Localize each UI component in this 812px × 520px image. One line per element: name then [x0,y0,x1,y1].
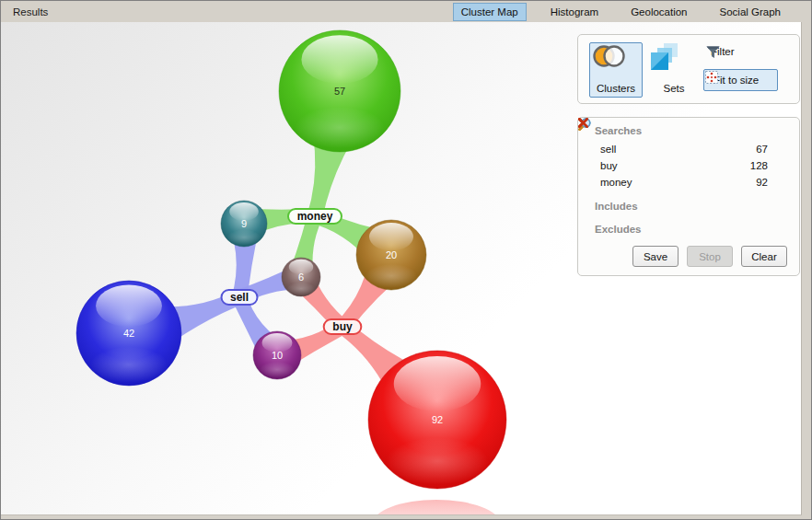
cluster-map-canvas[interactable]: 579206421092moneysellbuy Clusters Se [1,22,802,515]
bubble-count-label: 92 [432,414,443,425]
tab-histogram[interactable]: Histogram [542,3,607,21]
cluster-bubble-6[interactable]: 6 [282,258,320,296]
cluster-label-text: money [297,210,333,223]
tab-bar: Cluster Map Histogram Geolocation Social… [453,3,789,21]
bubble-reflections [372,500,501,514]
fit-to-size-button[interactable]: Fit to size [703,69,778,91]
view-toolbar-panel: Clusters Sets Filter [577,34,800,104]
remove-search-icon[interactable] [775,144,787,156]
clear-button[interactable]: Clear [741,246,787,267]
search-panel-buttons: Save Stop Clear [632,246,787,267]
cluster-label-sell[interactable]: sell [221,290,257,305]
search-term: money [600,177,632,188]
remove-search-icon[interactable] [775,160,787,172]
search-count: 92 [756,177,768,188]
save-button[interactable]: Save [632,246,679,267]
searches-header: Searches [595,125,787,136]
bubble-count-label: 9 [241,218,247,229]
search-count: 128 [750,160,768,171]
includes-header: Includes [595,201,787,212]
cluster-bubble-92[interactable]: 92 [368,351,506,489]
bubble-count-label: 57 [334,86,345,97]
bubble-count-label: 42 [123,328,134,339]
filter-button[interactable]: Filter [706,46,735,57]
fit-to-size-label: Fit to size [713,75,759,86]
search-row-money[interactable]: money 92 [595,174,787,191]
clusters-button-label: Clusters [597,83,635,94]
searches-panel: Searches sell 67 [577,117,800,276]
results-title: Results [13,6,48,17]
cluster-label-text: sell [230,291,249,304]
bubble-count-label: 20 [386,249,397,260]
search-row-buy[interactable]: buy 128 [595,157,787,174]
search-term: buy [600,160,618,171]
tab-geolocation[interactable]: Geolocation [622,3,695,21]
sets-button[interactable]: Sets [649,42,699,98]
cluster-bubble-20[interactable]: 20 [356,220,426,290]
cluster-label-text: buy [332,320,353,333]
cluster-bubble-10[interactable]: 10 [253,331,301,379]
stop-button: Stop [687,246,733,267]
cluster-label-money[interactable]: money [288,209,342,224]
remove-search-icon[interactable] [775,177,787,189]
search-row-sell[interactable]: sell 67 [595,141,787,157]
bubble-count-label: 10 [272,350,283,361]
cluster-bubble-42[interactable]: 42 [76,281,181,386]
cluster-bubbles: 579206421092 [76,30,506,489]
top-bar: Results Cluster Map Histogram Geolocatio… [1,1,811,22]
cluster-label-buy[interactable]: buy [324,319,362,334]
clusters-button[interactable]: Clusters [589,42,643,98]
search-count: 67 [756,144,768,155]
tab-social-graph[interactable]: Social Graph [712,3,789,21]
tab-cluster-map[interactable]: Cluster Map [453,3,527,21]
bubble-count-label: 6 [298,272,304,283]
cluster-bubble-9[interactable]: 9 [221,201,267,247]
search-term: sell [600,144,616,155]
bubble-reflection [372,500,501,514]
sets-button-label: Sets [663,83,684,94]
excludes-header: Excludes [595,224,787,235]
cluster-bubble-57[interactable]: 57 [279,30,400,152]
